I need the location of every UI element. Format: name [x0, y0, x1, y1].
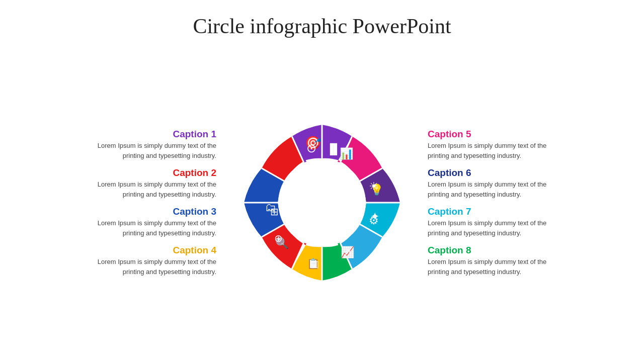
- caption-6-title: Caption 6: [428, 167, 569, 178]
- trend-icon: ↗: [344, 247, 351, 257]
- caption-4-text: Lorem Ipsum is simply dummy text of the …: [75, 257, 216, 277]
- caption-1-title: Caption 1: [75, 129, 216, 140]
- right-captions: Caption 5 Lorem Ipsum is simply dummy te…: [428, 129, 569, 277]
- caption-block-6: Caption 6 Lorem Ipsum is simply dummy te…: [428, 167, 569, 199]
- caption-6-text: Lorem Ipsum is simply dummy text of the …: [428, 179, 569, 199]
- left-captions: Caption 1 Lorem Ipsum is simply dummy te…: [75, 129, 216, 277]
- caption-8-text: Lorem Ipsum is simply dummy text of the …: [428, 257, 569, 277]
- chart-icon: ▐▌: [327, 143, 341, 156]
- caption-block-1: Caption 1 Lorem Ipsum is simply dummy te…: [75, 129, 216, 160]
- infographic-svg: 🎯 📊 💡 ⚙ 📈 📋 🔍 🗂: [226, 107, 418, 298]
- caption-block-8: Caption 8 Lorem Ipsum is simply dummy te…: [428, 245, 569, 277]
- target-icon: ⊙: [306, 141, 316, 155]
- caption-2-title: Caption 2: [75, 167, 216, 178]
- caption-block-3: Caption 3 Lorem Ipsum is simply dummy te…: [75, 206, 216, 238]
- page: Circle infographic PowerPoint Caption 1 …: [0, 0, 644, 362]
- circle-infographic: 🎯 📊 💡 ⚙ 📈 📋 🔍 🗂: [226, 107, 418, 298]
- caption-5-title: Caption 5: [428, 129, 569, 140]
- caption-block-2: Caption 2 Lorem Ipsum is simply dummy te…: [75, 167, 216, 199]
- caption-8-title: Caption 8: [428, 245, 569, 256]
- gear-icon-svg: ✦: [370, 210, 379, 223]
- caption-7-text: Lorem Ipsum is simply dummy text of the …: [428, 218, 569, 238]
- pres-icon: ▥: [310, 259, 319, 269]
- content-area: Caption 1 Lorem Ipsum is simply dummy te…: [0, 43, 644, 362]
- caption-2-text: Lorem Ipsum is simply dummy text of the …: [75, 179, 216, 199]
- caption-3-title: Caption 3: [75, 206, 216, 217]
- caption-3-text: Lorem Ipsum is simply dummy text of the …: [75, 218, 216, 238]
- bulb-icon: ☀: [369, 180, 379, 193]
- icon-2: 📊: [340, 147, 354, 160]
- search-icon-svg: ⊕: [274, 233, 283, 244]
- caption-5-text: Lorem Ipsum is simply dummy text of the …: [428, 141, 569, 160]
- caption-block-5: Caption 5 Lorem Ipsum is simply dummy te…: [428, 129, 569, 160]
- caption-4-title: Caption 4: [75, 245, 216, 256]
- caption-7-title: Caption 7: [428, 206, 569, 217]
- calc-icon: ⊞: [270, 206, 279, 217]
- caption-1-text: Lorem Ipsum is simply dummy text of the …: [75, 141, 216, 160]
- page-title: Circle infographic PowerPoint: [193, 14, 451, 38]
- caption-block-4: Caption 4 Lorem Ipsum is simply dummy te…: [75, 245, 216, 277]
- caption-block-7: Caption 7 Lorem Ipsum is simply dummy te…: [428, 206, 569, 238]
- center-white: [279, 159, 365, 246]
